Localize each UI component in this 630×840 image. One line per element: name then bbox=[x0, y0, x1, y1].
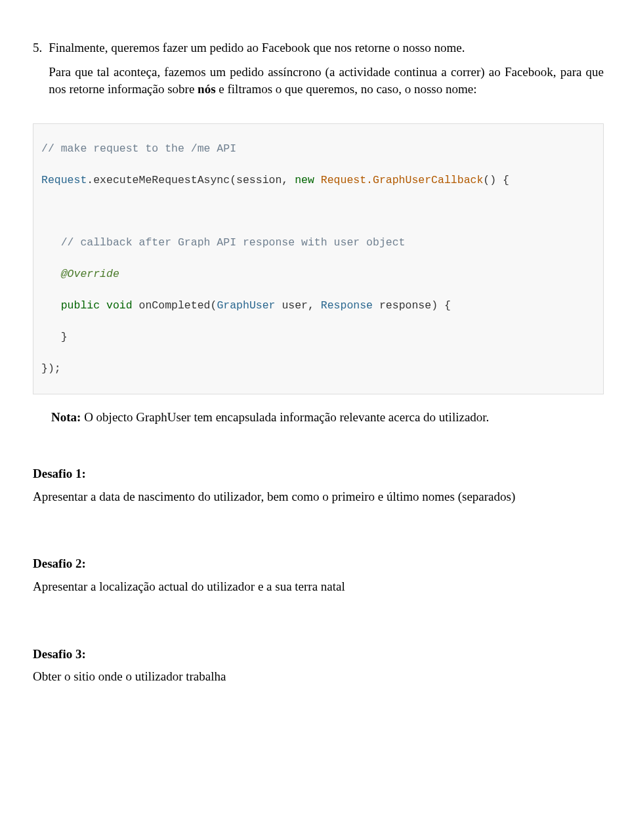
code-call-1: .executeMeRequestAsync(session, bbox=[87, 174, 295, 186]
desafio-1-text: Apresentar a data de nascimento do utili… bbox=[33, 488, 604, 506]
step-number: 5. bbox=[33, 39, 42, 105]
code-sig-end: response) { bbox=[373, 299, 451, 312]
code-kw-public: public bbox=[41, 299, 100, 312]
nota-label: Nota: bbox=[51, 410, 81, 424]
code-comment-1: // make request to the /me API bbox=[41, 142, 236, 155]
code-request-type: Request bbox=[41, 174, 87, 186]
code-paren: () { bbox=[483, 174, 509, 186]
code-type-graphuser: GraphUser bbox=[217, 299, 275, 312]
spacer bbox=[33, 602, 604, 620]
desafio-1-heading: Desafio 1: bbox=[33, 465, 604, 483]
desafio-2-heading: Desafio 2: bbox=[33, 555, 604, 573]
step-para-b: e filtramos o que queremos, no caso, o n… bbox=[216, 82, 477, 96]
step-paragraph: Para que tal aconteça, fazemos um pedido… bbox=[49, 64, 604, 98]
desafio-2-text: Apresentar a localização actual do utili… bbox=[33, 578, 604, 596]
code-annotation-override: @Override bbox=[41, 268, 119, 280]
code-arg-sep: user, bbox=[276, 299, 321, 312]
code-kw-new: new bbox=[295, 174, 314, 186]
code-close-brace: } bbox=[41, 331, 68, 343]
code-close-call: }); bbox=[41, 362, 61, 375]
code-ctor: Request.GraphUserCallback bbox=[314, 174, 483, 186]
step-5: 5. Finalmente, queremos fazer um pedido … bbox=[33, 39, 604, 105]
desafio-3-text: Obter o sitio onde o utilizador trabalha bbox=[33, 668, 604, 686]
code-comment-2: // callback after Graph API response wit… bbox=[41, 236, 406, 249]
spacer bbox=[33, 512, 604, 529]
code-kw-void: void bbox=[100, 299, 133, 312]
step-para-bold: nós bbox=[198, 82, 215, 96]
step-line-1: Finalmente, queremos fazer um pedido ao … bbox=[49, 39, 604, 57]
step-body: Finalmente, queremos fazer um pedido ao … bbox=[49, 39, 604, 105]
code-method: onCompleted( bbox=[133, 299, 217, 312]
desafio-3-heading: Desafio 3: bbox=[33, 646, 604, 663]
code-type-response: Response bbox=[321, 299, 373, 312]
nota-text: O objecto GraphUser tem encapsulada info… bbox=[81, 410, 489, 424]
code-block: // make request to the /me API Request.e… bbox=[33, 123, 604, 394]
nota-paragraph: Nota: O objecto GraphUser tem encapsulad… bbox=[51, 409, 604, 427]
